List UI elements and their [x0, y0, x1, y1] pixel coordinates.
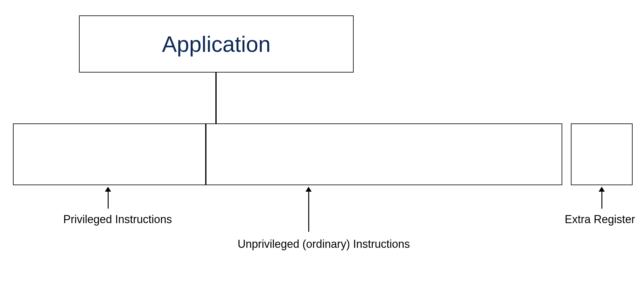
connector-line	[215, 73, 217, 123]
arrow-privileged	[105, 187, 111, 209]
application-label: Application	[162, 31, 271, 57]
label-extra: Extra Register	[565, 213, 635, 226]
arrow-head-icon	[599, 187, 605, 192]
extra-register-box	[571, 123, 633, 185]
hardware-box	[13, 123, 562, 185]
arrow-shaft	[601, 192, 602, 209]
arrow-shaft	[108, 192, 109, 209]
arrow-shaft	[308, 192, 309, 232]
application-box: Application	[79, 15, 354, 73]
arrow-head-icon	[305, 187, 312, 192]
hardware-divider	[205, 123, 206, 185]
label-privileged: Privileged Instructions	[63, 213, 172, 226]
arrow-head-icon	[105, 187, 111, 192]
arrow-unprivileged	[305, 187, 312, 232]
label-unprivileged: Unprivileged (ordinary) Instructions	[238, 238, 410, 251]
arrow-extra	[599, 187, 605, 209]
